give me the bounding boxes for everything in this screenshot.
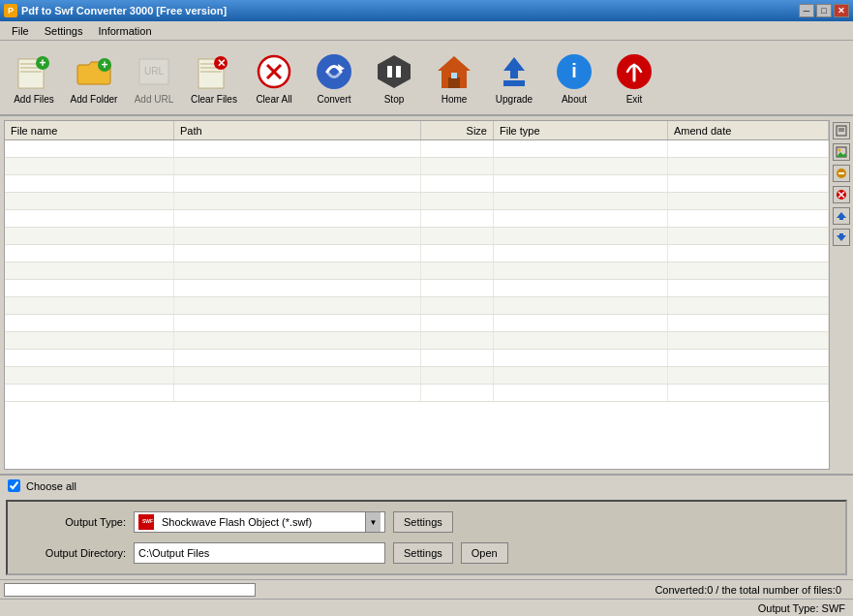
output-directory-settings-button[interactable]: Settings [393, 542, 453, 564]
add-folder-button[interactable]: + Add Folder [66, 45, 122, 110]
svg-marker-27 [503, 57, 525, 78]
svg-text:+: + [39, 56, 46, 70]
output-directory-input[interactable]: C:\Output Files [134, 542, 385, 564]
choose-all-checkbox[interactable] [8, 479, 20, 492]
output-directory-value: C:\Output Files [138, 547, 209, 559]
output-type-bar: Output Type: SWF [0, 599, 853, 616]
output-type-value: Shockwave Flash Object (*.swf) [162, 516, 312, 528]
svg-text:SWF: SWF [142, 518, 153, 524]
svg-marker-39 [837, 152, 846, 157]
stop-label: Stop [384, 94, 405, 105]
svg-rect-22 [387, 66, 392, 77]
about-label: About [562, 94, 587, 105]
col-filetype: File type [494, 121, 668, 139]
col-size: Size [421, 121, 494, 139]
table-row [5, 367, 829, 385]
about-icon: i [554, 51, 594, 92]
add-url-label: Add URL [135, 94, 174, 105]
table-row [5, 175, 829, 193]
svg-marker-47 [837, 235, 846, 241]
output-type-row: Output Type: SWF Shockwave Flash Object … [19, 511, 834, 533]
sidebar-remove-button[interactable] [833, 165, 850, 182]
svg-rect-3 [20, 71, 42, 73]
table-row [5, 245, 829, 262]
sidebar-image-button[interactable] [833, 143, 850, 161]
clear-files-icon: ✕ [194, 51, 234, 92]
svg-rect-28 [503, 80, 525, 86]
sidebar-delete-button[interactable] [833, 186, 850, 203]
maximize-button[interactable]: □ [816, 4, 832, 17]
title-bar: P Pdf to Swf Converter 3000 [Free versio… [0, 0, 853, 21]
home-label: Home [442, 94, 468, 105]
table-row [5, 262, 829, 280]
menu-information[interactable]: Information [90, 23, 159, 39]
choose-all-label: Choose all [26, 480, 76, 492]
table-row [5, 210, 829, 228]
menu-file[interactable]: File [4, 23, 37, 39]
sidebar-up-button[interactable] [833, 207, 850, 225]
svg-rect-48 [839, 233, 843, 235]
menu-settings[interactable]: Settings [37, 23, 91, 39]
convert-icon [314, 51, 354, 92]
close-button[interactable]: ✕ [834, 4, 849, 17]
sidebar-down-button[interactable] [833, 229, 850, 246]
output-directory-open-button[interactable]: Open [461, 542, 508, 564]
table-row [5, 332, 829, 350]
clear-all-icon [254, 51, 294, 92]
svg-rect-25 [448, 77, 460, 88]
convert-label: Convert [317, 94, 350, 105]
exit-button[interactable]: Exit [606, 45, 662, 110]
app-icon: P [4, 4, 17, 17]
clear-files-label: Clear Files [191, 94, 237, 105]
output-type-select[interactable]: SWF Shockwave Flash Object (*.swf) ▼ [134, 511, 385, 533]
table-header: File name Path Size File type Amend date [5, 121, 829, 140]
about-button[interactable]: i About [546, 45, 602, 110]
svg-point-38 [838, 149, 841, 152]
add-url-icon: URL [134, 51, 174, 92]
stop-icon [374, 51, 414, 92]
add-url-button[interactable]: URL Add URL [126, 45, 182, 110]
svg-text:URL: URL [144, 66, 164, 77]
col-amend: Amend date [668, 121, 829, 139]
stop-button[interactable]: Stop [366, 45, 422, 110]
svg-point-19 [317, 54, 351, 89]
col-filename: File name [5, 121, 174, 139]
table-row [5, 228, 829, 245]
output-directory-row: Output Directory: C:\Output Files Settin… [19, 542, 834, 564]
home-button[interactable]: Home [426, 45, 482, 110]
output-type-settings-button[interactable]: Settings [393, 511, 453, 533]
exit-icon [614, 51, 655, 92]
sidebar-page-button[interactable] [833, 122, 850, 139]
add-files-icon: + [14, 51, 54, 92]
clear-files-button[interactable]: ✕ Clear Files [186, 45, 242, 110]
minimize-button[interactable]: ─ [799, 4, 814, 17]
table-row [5, 158, 829, 175]
select-dropdown-arrow: ▼ [365, 512, 381, 532]
table-row [5, 140, 829, 158]
window-title: Pdf to Swf Converter 3000 [Free version] [21, 5, 227, 16]
table-row [5, 297, 829, 315]
toolbar: + Add Files + Add Folder URL Add URL [0, 41, 853, 116]
convert-button[interactable]: Convert [306, 45, 362, 110]
table-rows [5, 140, 829, 469]
add-files-button[interactable]: + Add Files [6, 45, 62, 110]
add-files-label: Add Files [14, 94, 54, 105]
add-folder-label: Add Folder [71, 94, 118, 105]
add-folder-icon: + [74, 51, 114, 92]
choose-all-row: Choose all [0, 476, 853, 496]
output-type-status: Output Type: SWF [758, 602, 845, 614]
exit-label: Exit [626, 94, 643, 105]
upgrade-button[interactable]: Upgrade [486, 45, 542, 110]
home-icon [434, 51, 474, 92]
file-table: File name Path Size File type Amend date [4, 120, 830, 470]
svg-marker-21 [378, 55, 411, 88]
clear-all-label: Clear All [256, 94, 291, 105]
table-row [5, 193, 829, 210]
svg-text:✕: ✕ [217, 57, 226, 69]
table-row [5, 315, 829, 332]
menu-bar: File Settings Information [0, 21, 853, 41]
status-bar: Converted:0 / the total number of files:… [0, 579, 853, 599]
output-directory-label: Output Directory: [19, 547, 126, 559]
svg-rect-13 [200, 71, 222, 73]
clear-all-button[interactable]: Clear All [246, 45, 302, 110]
